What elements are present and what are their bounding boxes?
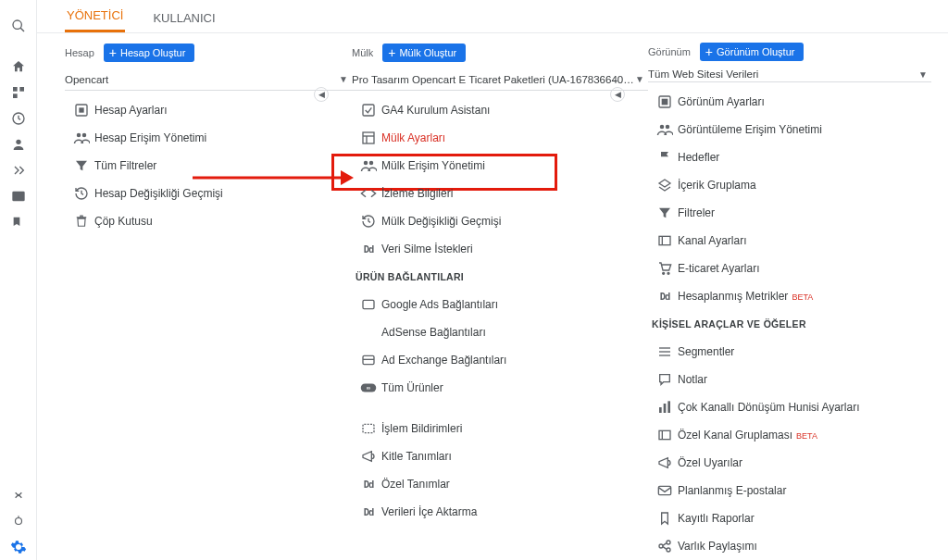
plus-icon: + [705, 45, 713, 58]
svg-point-47 [667, 548, 670, 552]
svg-rect-17 [363, 132, 374, 143]
svg-rect-16 [363, 105, 374, 116]
bookmark-icon [652, 511, 678, 526]
trash-can[interactable]: Çöp Kutusu [65, 207, 352, 235]
ecommerce-settings[interactable]: E-ticaret Ayarları [648, 255, 931, 282]
goals[interactable]: Hedefler [648, 143, 931, 171]
account-access-mgmt[interactable]: Hesap Erişim Yönetimi [65, 124, 352, 152]
create-view-button[interactable]: +Görünüm Oluştur [700, 43, 805, 61]
property-change-history[interactable]: Mülk Değişikliği Geçmişi [352, 207, 648, 235]
conversions-icon[interactable] [0, 209, 37, 235]
svg-point-46 [667, 541, 670, 544]
svg-point-35 [667, 272, 669, 274]
view-settings[interactable]: Görünüm Ayarları [648, 88, 931, 116]
svg-rect-2 [13, 87, 18, 92]
left-nav-rail [0, 0, 37, 560]
svg-rect-39 [659, 407, 662, 413]
share-assets[interactable]: Varlık Paylaşımı [648, 532, 931, 560]
tab-admin[interactable]: YÖNETİCİ [65, 0, 125, 32]
custom-channel-grouping[interactable]: Özel Kanal GruplamasıBETA [648, 421, 931, 449]
plus-icon: + [109, 46, 117, 59]
account-change-history[interactable]: Hesap Değişikliği Geçmişi [65, 180, 352, 207]
admin-gear-icon[interactable] [0, 534, 37, 560]
data-deletion-requests[interactable]: DdVeri Silme İstekleri [352, 235, 648, 263]
announce-icon [356, 422, 381, 435]
caret-down-icon: ▼ [918, 69, 928, 80]
all-filters[interactable]: Tüm Filtreler [65, 152, 352, 180]
search-icon[interactable] [0, 13, 37, 39]
attribution-icon[interactable] [0, 482, 37, 508]
audience-definitions[interactable]: Kitle Tanımları [352, 442, 648, 470]
content-grouping[interactable]: İçerik Gruplama [648, 171, 931, 199]
svg-line-48 [663, 543, 667, 546]
group-icon [652, 178, 678, 193]
audience-icon[interactable] [0, 131, 37, 157]
dd-icon: Dd [652, 291, 678, 302]
scheduled-emails[interactable]: Planlanmış E-postalar [648, 477, 931, 504]
svg-rect-13 [79, 107, 83, 112]
tab-user[interactable]: KULLANICI [151, 2, 217, 32]
postbacks[interactable]: İşlem Bildirimleri [352, 415, 648, 442]
svg-point-21 [369, 161, 374, 166]
bars-icon [652, 400, 678, 415]
share-icon [652, 539, 678, 554]
realtime-icon[interactable] [0, 106, 37, 131]
svg-rect-32 [659, 236, 670, 244]
channel-settings[interactable]: Kanal Ayarları [648, 227, 931, 255]
segments[interactable]: Segmentler [648, 338, 931, 366]
tracking-info[interactable]: İzleme Bilgileri [352, 180, 648, 207]
svg-line-1 [20, 28, 24, 31]
layout-icon [356, 131, 381, 145]
settings-box-icon [69, 103, 94, 118]
discover-icon[interactable] [0, 508, 37, 534]
dd-icon: Dd [356, 506, 381, 517]
saved-reports[interactable]: Kayıtlı Raporlar [648, 504, 931, 532]
ad-exchange-linking[interactable]: Ad Exchange Bağlantıları [352, 346, 648, 374]
people-icon [69, 131, 94, 144]
home-icon[interactable] [0, 54, 37, 80]
svg-rect-22 [363, 300, 374, 308]
data-import[interactable]: DdVerileri İçe Aktarma [352, 498, 648, 526]
personal-tools-header: KİŞİSEL ARAÇLAR VE ÖĞELER [648, 310, 931, 338]
history-icon [69, 186, 94, 201]
infinity-icon: ∞ [356, 382, 381, 393]
svg-point-14 [77, 133, 81, 138]
customization-icon[interactable] [0, 80, 37, 106]
create-account-button[interactable]: +Hesap Oluştur [104, 44, 195, 62]
top-tabs: YÖNETİCİ KULLANICI [37, 0, 948, 33]
property-selector[interactable]: Pro Tasarım Opencart E Ticaret Paketleri… [352, 68, 648, 91]
svg-rect-7 [12, 192, 24, 202]
custom-definitions[interactable]: DdÖzel Tanımlar [352, 470, 648, 498]
history-icon [356, 214, 381, 229]
channel-icon [652, 429, 678, 442]
annotations[interactable]: Notlar [648, 366, 931, 393]
calculated-metrics[interactable]: DdHesaplanmış MetriklerBETA [648, 282, 931, 310]
google-ads-linking[interactable]: Google Ads Bağlantıları [352, 291, 648, 318]
view-access-mgmt[interactable]: Görüntüleme Erişim Yönetimi [648, 116, 931, 143]
megaphone-icon [652, 455, 678, 470]
filters[interactable]: Filtreler [648, 199, 931, 227]
account-settings[interactable]: Hesap Ayarları [65, 96, 352, 124]
plus-icon: + [388, 46, 395, 59]
view-menu: Görünüm Ayarları Görüntüleme Erişim Yöne… [648, 88, 931, 560]
create-property-button[interactable]: +Mülk Oluştur [382, 44, 466, 62]
svg-rect-44 [658, 486, 670, 494]
property-settings[interactable]: Mülk Ayarları [352, 124, 648, 152]
flag-icon [652, 150, 678, 165]
caret-down-icon: ▼ [635, 74, 644, 84]
audience-icon [356, 449, 381, 464]
multi-channel-funnel[interactable]: Çok Kanallı Dönüşüm Hunisi Ayarları [648, 393, 931, 421]
adsense-linking[interactable]: AdSense Bağlantıları [352, 318, 648, 346]
custom-alerts[interactable]: Özel Uyarılar [648, 449, 931, 477]
all-products[interactable]: ∞Tüm Ürünler [352, 374, 648, 402]
svg-point-34 [663, 272, 665, 274]
exchange-icon [356, 354, 381, 367]
filter-icon [69, 158, 94, 173]
acquisition-icon[interactable] [0, 157, 37, 183]
property-access-mgmt[interactable]: Mülk Erişim Yönetimi [352, 152, 648, 180]
account-selector[interactable]: Opencart ▼ [65, 68, 352, 91]
ga4-setup-assistant[interactable]: GA4 Kurulum Asistanı [352, 96, 648, 124]
property-column: Mülk +Mülk Oluştur Pro Tasarım Opencart … [352, 43, 648, 560]
view-selector[interactable]: Tüm Web Sitesi Verileri ▼ [648, 67, 931, 82]
behavior-icon[interactable] [0, 183, 37, 209]
